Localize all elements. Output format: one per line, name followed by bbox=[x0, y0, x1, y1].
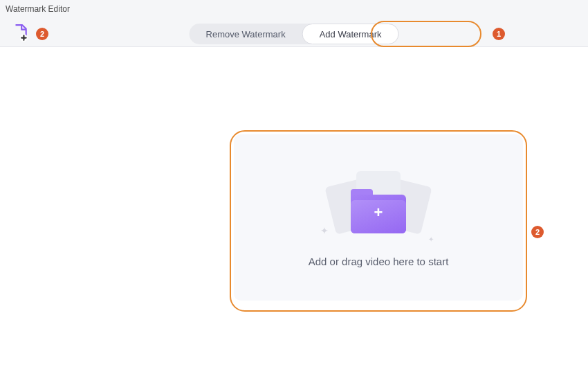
file-add-icon bbox=[11, 24, 29, 42]
window-title: Watermark Editor bbox=[6, 4, 70, 14]
add-file-button[interactable] bbox=[10, 22, 30, 43]
dropzone-text: Add or drag video here to start bbox=[309, 256, 449, 267]
main-content: + ✦ ✦ Add or drag video here to start bbox=[0, 47, 588, 374]
tab-remove-watermark[interactable]: Remove Watermark bbox=[190, 24, 302, 44]
header-bar: Watermark Editor Remove Watermark Add Wa… bbox=[0, 0, 588, 47]
folder-plus-icon: + ✦ ✦ bbox=[323, 168, 434, 244]
tab-add-watermark[interactable]: Add Watermark bbox=[302, 24, 399, 44]
mode-tabs: Remove Watermark Add Watermark bbox=[190, 24, 399, 44]
video-dropzone[interactable]: + ✦ ✦ Add or drag video here to start bbox=[234, 134, 523, 301]
